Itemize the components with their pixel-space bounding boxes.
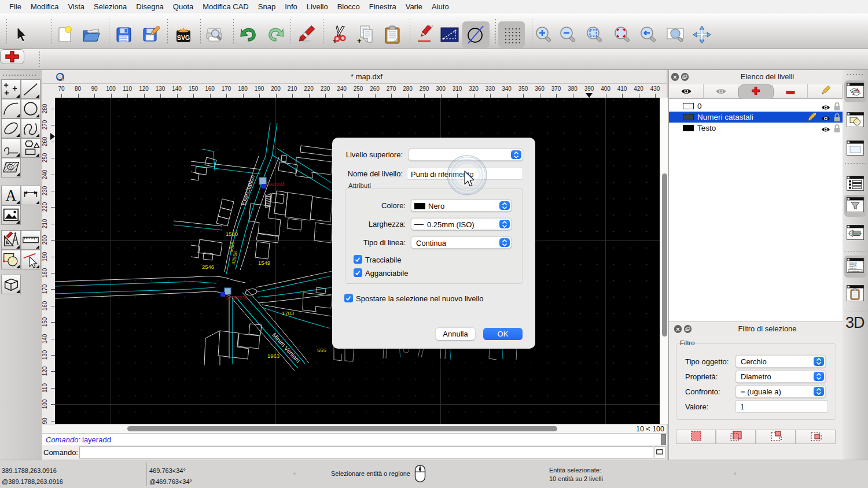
svg-text:comdo nnn: comdo nnn (849, 267, 856, 269)
svg-text:1963: 1963 (267, 353, 279, 359)
svg-text:1549: 1549 (258, 260, 270, 266)
svg-text:2546: 2546 (202, 264, 214, 270)
svg-text:c > command: c > command (849, 270, 859, 272)
svg-text:Exercitation: Exercitation (240, 174, 256, 206)
svg-text:2563284: 2563284 (266, 182, 285, 187)
svg-text:A: A (5, 187, 16, 204)
svg-text:Minim Veniam: Minim Veniam (271, 331, 302, 364)
svg-text:32553236: 32553236 (226, 295, 248, 301)
svg-text:+: + (357, 36, 362, 45)
svg-text:1580: 1580 (226, 231, 238, 237)
svg-text:SVG: SVG (177, 34, 190, 41)
svg-text:1703: 1703 (282, 310, 294, 316)
svg-text:555: 555 (317, 347, 326, 353)
